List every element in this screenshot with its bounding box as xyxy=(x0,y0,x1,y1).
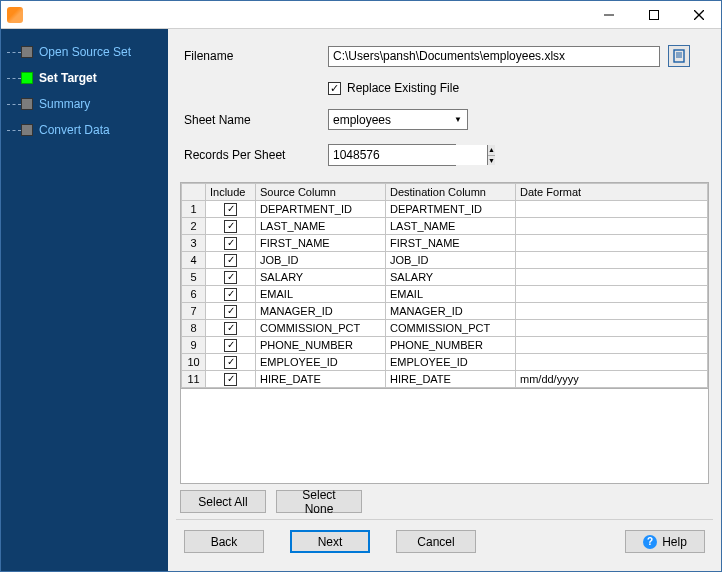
source-column-cell[interactable]: EMPLOYEE_ID xyxy=(256,354,386,371)
source-column-cell[interactable]: SALARY xyxy=(256,269,386,286)
include-checkbox[interactable]: ✓ xyxy=(224,254,237,267)
include-checkbox[interactable]: ✓ xyxy=(224,339,237,352)
date-format-cell[interactable] xyxy=(516,218,708,235)
table-row[interactable]: 7✓MANAGER_IDMANAGER_ID xyxy=(182,303,708,320)
date-format-cell[interactable] xyxy=(516,252,708,269)
col-header-date-format[interactable]: Date Format xyxy=(516,184,708,201)
include-cell[interactable]: ✓ xyxy=(206,269,256,286)
table-row[interactable]: 11✓HIRE_DATEHIRE_DATEmm/dd/yyyy xyxy=(182,371,708,388)
include-cell[interactable]: ✓ xyxy=(206,337,256,354)
destination-column-cell[interactable]: SALARY xyxy=(386,269,516,286)
include-cell[interactable]: ✓ xyxy=(206,235,256,252)
back-button[interactable]: Back xyxy=(184,530,264,553)
destination-column-cell[interactable]: LAST_NAME xyxy=(386,218,516,235)
include-cell[interactable]: ✓ xyxy=(206,371,256,388)
destination-column-cell[interactable]: MANAGER_ID xyxy=(386,303,516,320)
col-header-include[interactable]: Include xyxy=(206,184,256,201)
date-format-cell[interactable] xyxy=(516,201,708,218)
destination-column-cell[interactable]: HIRE_DATE xyxy=(386,371,516,388)
date-format-cell[interactable] xyxy=(516,235,708,252)
destination-column-cell[interactable]: EMPLOYEE_ID xyxy=(386,354,516,371)
table-row[interactable]: 2✓LAST_NAMELAST_NAME xyxy=(182,218,708,235)
include-checkbox[interactable]: ✓ xyxy=(224,271,237,284)
source-column-cell[interactable]: JOB_ID xyxy=(256,252,386,269)
replace-existing-checkbox[interactable]: ✓ xyxy=(328,82,341,95)
include-cell[interactable]: ✓ xyxy=(206,354,256,371)
date-format-cell[interactable] xyxy=(516,337,708,354)
source-column-cell[interactable]: MANAGER_ID xyxy=(256,303,386,320)
include-cell[interactable]: ✓ xyxy=(206,286,256,303)
include-checkbox[interactable]: ✓ xyxy=(224,220,237,233)
destination-column-cell[interactable]: PHONE_NUMBER xyxy=(386,337,516,354)
source-column-cell[interactable]: PHONE_NUMBER xyxy=(256,337,386,354)
maximize-button[interactable] xyxy=(631,1,676,29)
include-checkbox[interactable]: ✓ xyxy=(224,356,237,369)
include-cell[interactable]: ✓ xyxy=(206,252,256,269)
source-column-cell[interactable]: HIRE_DATE xyxy=(256,371,386,388)
records-spin-down[interactable]: ▼ xyxy=(488,156,495,166)
columns-grid[interactable]: Include Source Column Destination Column… xyxy=(180,182,709,389)
include-cell[interactable]: ✓ xyxy=(206,201,256,218)
include-cell[interactable]: ✓ xyxy=(206,218,256,235)
date-format-cell[interactable] xyxy=(516,269,708,286)
records-spin-up[interactable]: ▲ xyxy=(488,145,495,156)
include-checkbox[interactable]: ✓ xyxy=(224,288,237,301)
sidebar-item-label: Set Target xyxy=(39,71,97,85)
date-format-cell[interactable] xyxy=(516,286,708,303)
table-row[interactable]: 1✓DEPARTMENT_IDDEPARTMENT_ID xyxy=(182,201,708,218)
sidebar-item-summary[interactable]: Summary xyxy=(1,91,168,117)
row-number: 4 xyxy=(182,252,206,269)
row-number: 2 xyxy=(182,218,206,235)
records-per-sheet-input[interactable] xyxy=(329,145,487,165)
browse-button[interactable] xyxy=(668,45,690,67)
source-column-cell[interactable]: EMAIL xyxy=(256,286,386,303)
titlebar xyxy=(1,1,721,29)
table-row[interactable]: 5✓SALARYSALARY xyxy=(182,269,708,286)
table-row[interactable]: 3✓FIRST_NAMEFIRST_NAME xyxy=(182,235,708,252)
sidebar-item-convert-data[interactable]: Convert Data xyxy=(1,117,168,143)
destination-column-cell[interactable]: DEPARTMENT_ID xyxy=(386,201,516,218)
destination-column-cell[interactable]: FIRST_NAME xyxy=(386,235,516,252)
sidebar-item-open-source-set[interactable]: Open Source Set xyxy=(1,39,168,65)
date-format-cell[interactable]: mm/dd/yyyy xyxy=(516,371,708,388)
close-button[interactable] xyxy=(676,1,721,29)
include-cell[interactable]: ✓ xyxy=(206,303,256,320)
sheet-name-select[interactable] xyxy=(328,109,468,130)
source-column-cell[interactable]: DEPARTMENT_ID xyxy=(256,201,386,218)
destination-column-cell[interactable]: COMMISSION_PCT xyxy=(386,320,516,337)
table-row[interactable]: 9✓PHONE_NUMBERPHONE_NUMBER xyxy=(182,337,708,354)
include-checkbox[interactable]: ✓ xyxy=(224,305,237,318)
col-header-source[interactable]: Source Column xyxy=(256,184,386,201)
date-format-cell[interactable] xyxy=(516,354,708,371)
step-icon xyxy=(21,72,33,84)
source-column-cell[interactable]: FIRST_NAME xyxy=(256,235,386,252)
select-none-button[interactable]: Select None xyxy=(276,490,362,513)
date-format-cell[interactable] xyxy=(516,303,708,320)
table-row[interactable]: 8✓COMMISSION_PCTCOMMISSION_PCT xyxy=(182,320,708,337)
date-format-cell[interactable] xyxy=(516,320,708,337)
step-icon xyxy=(21,98,33,110)
include-checkbox[interactable]: ✓ xyxy=(224,373,237,386)
table-row[interactable]: 4✓JOB_IDJOB_ID xyxy=(182,252,708,269)
destination-column-cell[interactable]: JOB_ID xyxy=(386,252,516,269)
col-header-destination[interactable]: Destination Column xyxy=(386,184,516,201)
filename-input[interactable] xyxy=(328,46,660,67)
next-button[interactable]: Next xyxy=(290,530,370,553)
row-number: 11 xyxy=(182,371,206,388)
include-cell[interactable]: ✓ xyxy=(206,320,256,337)
destination-column-cell[interactable]: EMAIL xyxy=(386,286,516,303)
include-checkbox[interactable]: ✓ xyxy=(224,322,237,335)
include-checkbox[interactable]: ✓ xyxy=(224,203,237,216)
cancel-button[interactable]: Cancel xyxy=(396,530,476,553)
source-column-cell[interactable]: COMMISSION_PCT xyxy=(256,320,386,337)
help-button[interactable]: ? Help xyxy=(625,530,705,553)
table-row[interactable]: 10✓EMPLOYEE_IDEMPLOYEE_ID xyxy=(182,354,708,371)
filename-label: Filename xyxy=(184,49,328,63)
select-all-button[interactable]: Select All xyxy=(180,490,266,513)
table-row[interactable]: 6✓EMAILEMAIL xyxy=(182,286,708,303)
minimize-button[interactable] xyxy=(586,1,631,29)
include-checkbox[interactable]: ✓ xyxy=(224,237,237,250)
sidebar-item-set-target[interactable]: Set Target xyxy=(1,65,168,91)
row-number: 10 xyxy=(182,354,206,371)
source-column-cell[interactable]: LAST_NAME xyxy=(256,218,386,235)
